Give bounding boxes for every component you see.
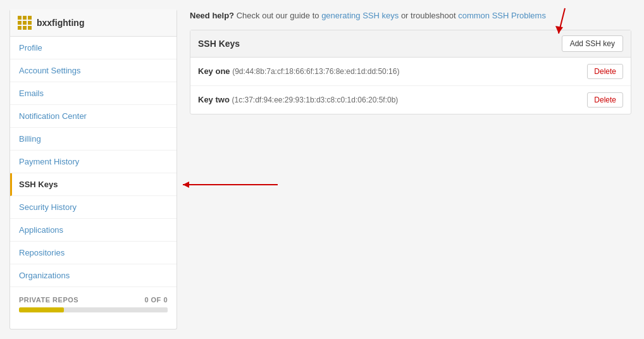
sidebar-link-account-settings[interactable]: Account Settings bbox=[10, 59, 176, 82]
sidebar-item-notification-center[interactable]: Notification Center bbox=[10, 105, 176, 128]
grid-icon bbox=[18, 16, 32, 30]
help-text-middle: Check out our guide to bbox=[237, 11, 321, 20]
help-separator: or troubleshoot bbox=[401, 11, 458, 20]
add-ssh-key-button[interactable]: Add SSH key bbox=[562, 35, 623, 52]
delete-key-2-button[interactable]: Delete bbox=[587, 92, 623, 108]
ssh-key-2-name: Key two bbox=[198, 95, 230, 104]
sidebar-item-account-settings[interactable]: Account Settings bbox=[10, 59, 176, 82]
ssh-key-1-fingerprint: (9d:44:8b:7a:cf:18:66:6f:13:76:8e:ed:1d:… bbox=[232, 67, 399, 76]
sidebar-header: bxxfighting bbox=[10, 9, 176, 37]
sidebar-item-billing[interactable]: Billing bbox=[10, 128, 176, 151]
sidebar-link-applications[interactable]: Applications bbox=[10, 219, 176, 241]
sidebar-item-payment-history[interactable]: Payment History bbox=[10, 151, 176, 173]
sidebar-link-ssh-keys[interactable]: SSH Keys bbox=[12, 173, 176, 195]
progress-bar-background bbox=[19, 307, 168, 312]
private-repos-section: PRIVATE REPOS 0 OF 0 bbox=[10, 290, 176, 320]
sidebar-link-notification-center[interactable]: Notification Center bbox=[10, 105, 176, 127]
sidebar-nav: Profile Account Settings Emails Notifica… bbox=[10, 37, 176, 287]
ssh-keys-table: SSH Keys Add SSH key Key one (9d:44:8b:7… bbox=[190, 30, 631, 114]
sidebar-username: bxxfighting bbox=[37, 18, 84, 28]
ssh-table-header: SSH Keys Add SSH key bbox=[190, 30, 631, 58]
sidebar-item-repositories[interactable]: Repositories bbox=[10, 242, 176, 264]
ssh-key-1-name: Key one bbox=[198, 66, 230, 76]
sidebar-link-emails[interactable]: Emails bbox=[10, 82, 176, 104]
sidebar-item-security-history[interactable]: Security History bbox=[10, 196, 176, 219]
sidebar-item-emails[interactable]: Emails bbox=[10, 82, 176, 105]
ssh-key-row-2: Key two (1c:37:df:94:ee:29:93:1b:d3:c8:c… bbox=[190, 86, 631, 114]
sidebar-link-payment-history[interactable]: Payment History bbox=[10, 151, 176, 173]
delete-key-1-button[interactable]: Delete bbox=[587, 64, 623, 79]
sidebar: bxxfighting Profile Account Settings Ema… bbox=[9, 9, 177, 330]
sidebar-link-billing[interactable]: Billing bbox=[10, 128, 176, 150]
progress-bar-fill bbox=[19, 307, 64, 312]
ssh-key-row-1: Key one (9d:44:8b:7a:cf:18:66:6f:13:76:8… bbox=[190, 58, 631, 86]
sidebar-link-profile[interactable]: Profile bbox=[10, 37, 176, 59]
sidebar-link-organizations[interactable]: Organizations bbox=[10, 264, 176, 287]
sidebar-link-security-history[interactable]: Security History bbox=[10, 196, 176, 218]
sidebar-item-organizations[interactable]: Organizations bbox=[10, 264, 176, 287]
ssh-key-2-info: Key two (1c:37:df:94:ee:29:93:1b:d3:c8:c… bbox=[198, 95, 398, 104]
sidebar-item-profile[interactable]: Profile bbox=[10, 37, 176, 59]
sidebar-item-applications[interactable]: Applications bbox=[10, 219, 176, 242]
common-ssh-problems-link[interactable]: common SSH Problems bbox=[458, 11, 546, 20]
ssh-key-2-fingerprint: (1c:37:df:94:ee:29:93:1b:d3:c8:c0:1d:06:… bbox=[232, 96, 398, 104]
generating-ssh-keys-link[interactable]: generating SSH keys bbox=[321, 11, 399, 20]
main-content: Need help? Check out our guide to genera… bbox=[177, 0, 644, 339]
ssh-key-1-info: Key one (9d:44:8b:7a:cf:18:66:6f:13:76:8… bbox=[198, 66, 399, 76]
help-prefix: Need help? bbox=[190, 11, 234, 20]
sidebar-item-ssh-keys[interactable]: SSH Keys bbox=[10, 173, 176, 196]
sidebar-link-repositories[interactable]: Repositories bbox=[10, 242, 176, 264]
help-text: Need help? Check out our guide to genera… bbox=[190, 9, 631, 22]
private-repos-label: PRIVATE REPOS 0 OF 0 bbox=[19, 296, 168, 304]
ssh-table-title: SSH Keys bbox=[198, 39, 240, 49]
